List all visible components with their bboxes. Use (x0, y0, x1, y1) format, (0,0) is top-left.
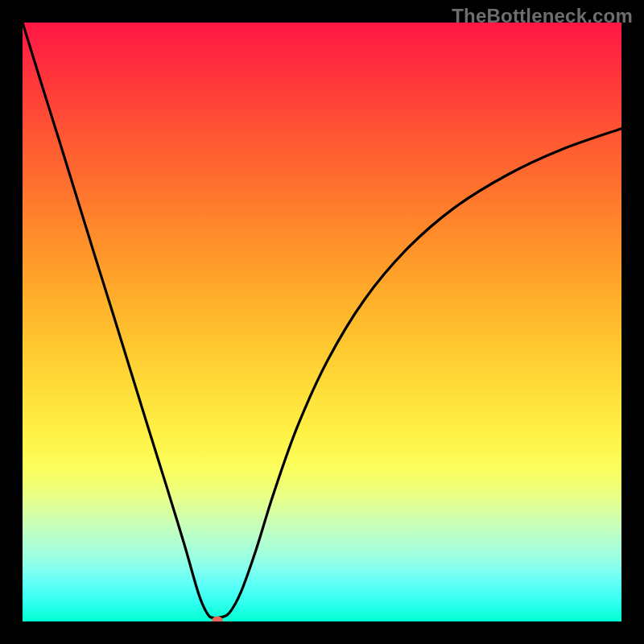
chart-frame: TheBottleneck.com (0, 0, 644, 644)
watermark-text: TheBottleneck.com (452, 5, 633, 27)
optimum-marker (212, 616, 223, 621)
bottleneck-curve (23, 23, 621, 621)
plot-area (23, 23, 621, 621)
